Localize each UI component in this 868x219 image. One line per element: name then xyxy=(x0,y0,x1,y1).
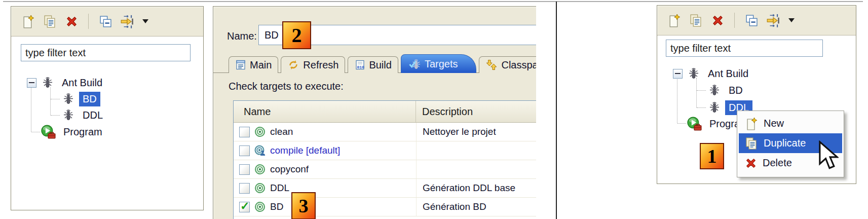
toolbar xyxy=(657,6,856,35)
name-label: Name: xyxy=(227,30,257,42)
tree-item-label: BD xyxy=(725,83,746,98)
tree-item-ant-build[interactable]: Ant Build xyxy=(11,75,106,91)
table-header: Name Description xyxy=(234,101,536,123)
program-run-icon xyxy=(687,116,702,131)
ant-icon xyxy=(41,76,54,89)
chevron-down-icon[interactable] xyxy=(142,19,148,23)
duplicate-config-icon xyxy=(689,14,703,27)
tree-item-label: Program xyxy=(60,125,106,139)
collapse-all-button[interactable] xyxy=(744,13,759,28)
filter-configs-button[interactable] xyxy=(766,13,781,28)
callout-step-2: 2 xyxy=(282,21,311,49)
refresh-icon xyxy=(287,59,299,71)
checkbox[interactable] xyxy=(239,145,250,156)
toolbar xyxy=(11,7,203,36)
expander-minus-icon[interactable] xyxy=(27,78,36,88)
filter-input[interactable] xyxy=(21,44,191,61)
filter-configs-icon xyxy=(120,14,134,28)
tree-item-bd[interactable]: BD xyxy=(11,91,100,107)
default-target-icon xyxy=(254,145,266,156)
target-icon xyxy=(254,164,266,175)
delete-config-button[interactable] xyxy=(64,14,79,29)
target-icon xyxy=(254,201,266,212)
tab-build[interactable]: Build xyxy=(348,56,398,73)
delete-config-icon xyxy=(711,14,724,27)
mouse-cursor-icon xyxy=(818,140,839,171)
target-icon xyxy=(254,126,266,137)
toolbar-separator xyxy=(88,14,89,29)
column-header-description[interactable]: Description xyxy=(416,101,536,122)
menu-item-new[interactable]: New xyxy=(739,114,842,133)
check-targets-caption: Check targets to execute: xyxy=(229,81,344,92)
duplicate-config-button[interactable] xyxy=(688,13,703,28)
checkbox[interactable] xyxy=(239,127,250,137)
duplicate-config-icon xyxy=(43,15,57,28)
delete-config-icon xyxy=(65,15,78,28)
up-down-arrows-icon xyxy=(485,59,498,71)
filter-input[interactable] xyxy=(666,40,823,57)
expander-minus-icon[interactable] xyxy=(673,69,683,79)
program-run-icon xyxy=(41,124,56,139)
toolbar-separator xyxy=(734,13,735,28)
binary-file-icon xyxy=(354,59,365,70)
duplicate-config-button[interactable] xyxy=(42,14,57,29)
checkbox[interactable] xyxy=(239,164,250,175)
ant-icon xyxy=(62,108,75,122)
tree-item-ant-build[interactable]: Ant Build xyxy=(657,65,752,82)
tab-bar: Main Refresh Build Targets Classpath xyxy=(229,54,536,73)
ant-icon xyxy=(687,67,700,80)
tab-targets[interactable]: Targets xyxy=(401,54,477,73)
launch-config-tree-panel-left: Ant Build BD DDL Program xyxy=(11,6,204,210)
delete-config-icon xyxy=(745,157,757,169)
filter-configs-button[interactable] xyxy=(120,14,135,29)
new-config-icon xyxy=(667,14,681,27)
new-config-button[interactable] xyxy=(666,13,682,28)
tree-item-label: Ant Build xyxy=(58,76,106,90)
target-icon xyxy=(254,182,266,194)
tree-area: Ant Build BD DDL Program xyxy=(11,36,203,210)
checkbox[interactable] xyxy=(239,183,250,194)
targets-table: Name Description clean Nettoyer le proje… xyxy=(233,100,536,219)
tree-item-label: DDL xyxy=(79,108,106,123)
top-divider-line xyxy=(3,1,863,2)
checkbox-checked[interactable] xyxy=(239,202,250,212)
table-row-bd[interactable]: BD Génération BD xyxy=(234,198,536,216)
chevron-down-icon[interactable] xyxy=(788,18,795,22)
tab-main[interactable]: Main xyxy=(229,56,278,73)
launch-config-tree-panel-right: Ant Build BD DDL Program New Dupli xyxy=(657,5,856,184)
new-config-icon xyxy=(745,117,758,130)
config-editor-panel: Name: BD 2 Main Refresh Build Targets xyxy=(213,6,536,219)
filter-configs-icon xyxy=(766,13,780,27)
tree-item-bd[interactable]: BD xyxy=(657,82,746,98)
tree-item-label: BD xyxy=(79,92,100,106)
vertical-divider-line xyxy=(556,2,557,219)
collapse-all-icon xyxy=(99,15,112,28)
tree-item-ddl[interactable]: DDL xyxy=(11,107,106,123)
collapse-all-icon xyxy=(745,14,759,27)
callout-step-1: 1 xyxy=(700,143,724,169)
new-config-icon xyxy=(21,15,35,28)
table-row-copyconf[interactable]: copyconf xyxy=(234,160,536,179)
table-row-ddl[interactable]: DDL Génération DDL base xyxy=(234,179,536,198)
collapse-all-button[interactable] xyxy=(98,14,113,29)
table-row-clean[interactable]: clean Nettoyer le projet xyxy=(234,123,536,141)
delete-config-button[interactable] xyxy=(710,13,725,28)
tab-classpath[interactable]: Classpath xyxy=(479,56,536,73)
screenshot-canvas: Ant Build BD DDL Program Name: BD 2 xyxy=(0,0,868,219)
ant-icon xyxy=(708,84,721,97)
tab-refresh[interactable]: Refresh xyxy=(281,56,345,73)
table-row-compile[interactable]: compile [default] xyxy=(234,141,536,160)
column-header-name[interactable]: Name xyxy=(234,101,416,122)
duplicate-config-icon xyxy=(745,137,758,150)
document-icon xyxy=(235,59,246,70)
name-value: BD xyxy=(265,29,279,41)
ant-icon xyxy=(708,101,721,114)
callout-step-3: 3 xyxy=(291,192,316,219)
tree-item-program[interactable]: Program xyxy=(11,124,106,140)
ant-check-icon xyxy=(408,58,421,70)
ant-icon xyxy=(62,92,75,105)
new-config-button[interactable] xyxy=(20,14,35,29)
tree-item-label: Ant Build xyxy=(704,66,752,81)
